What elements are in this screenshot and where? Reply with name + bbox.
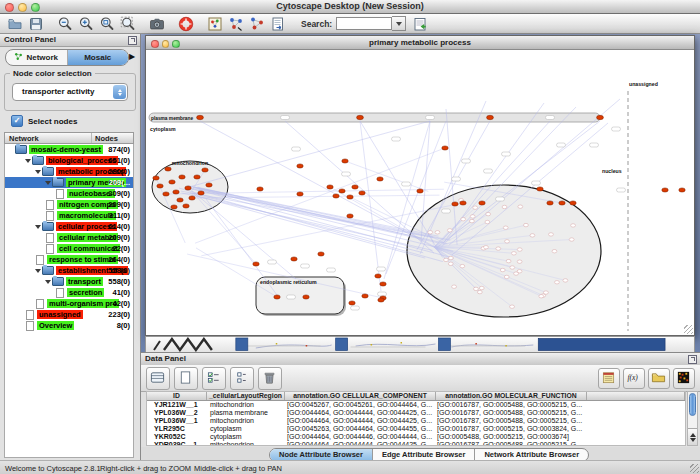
select-nodes-checkbox[interactable]: ✓: [11, 115, 23, 127]
expand-triangle-icon[interactable]: [45, 280, 51, 284]
scrollbar-thumb[interactable]: [689, 393, 696, 416]
zoom-out-icon[interactable]: [57, 16, 73, 32]
tab-mosaic[interactable]: Mosaic: [67, 50, 129, 65]
notepad-icon[interactable]: [601, 370, 617, 386]
tree-row[interactable]: primary metabo209(...: [5, 177, 133, 188]
table-row[interactable]: YLR295Ccytoplasm[GO:0045263, GO:0044464,…: [147, 425, 685, 433]
tree-row[interactable]: multi-organism pro42(0): [5, 298, 133, 309]
tree-row[interactable]: mosaic-demo-yeast874(0): [5, 144, 133, 155]
vizmapper-icon[interactable]: [207, 16, 223, 32]
unselect-attributes-icon[interactable]: [234, 370, 250, 386]
tree-row[interactable]: cellular process614(0): [5, 221, 133, 232]
column-header[interactable]: [587, 392, 685, 400]
tree-row[interactable]: establishment of lo558(0): [5, 265, 133, 276]
snapshot-icon[interactable]: [149, 16, 165, 32]
search-dropdown-button[interactable]: [392, 16, 406, 31]
column-header[interactable]: ID: [147, 392, 207, 400]
zoom-in-icon[interactable]: [78, 16, 94, 32]
tree-row[interactable]: transport558(0): [5, 276, 133, 287]
zoom-window-icon[interactable]: [31, 3, 40, 12]
attribute-tools: f(x): [598, 368, 695, 389]
search-input[interactable]: [336, 17, 392, 30]
network-tab-icon: [14, 52, 23, 63]
tree-row-label: transport: [66, 277, 103, 286]
expand-triangle-icon[interactable]: [35, 269, 41, 273]
close-icon[interactable]: [151, 40, 159, 48]
column-header[interactable]: annotation.GO CELLULAR_COMPONENT: [285, 392, 436, 400]
attribute-table-button[interactable]: [146, 367, 170, 390]
matrix-icon[interactable]: [676, 370, 692, 386]
tab-network[interactable]: Network: [6, 50, 67, 65]
scroll-up-icon[interactable]: [690, 433, 696, 437]
table-row[interactable]: YKR052Ccytoplasm[GO:0044464, GO:0044446,…: [147, 433, 685, 441]
table-row[interactable]: YPL036W__2plasma membrane[GO:0044464, GO…: [147, 409, 685, 417]
tree-row-label: multi-organism pro: [47, 299, 119, 308]
notepad-button[interactable]: [598, 368, 620, 389]
tree-row[interactable]: metabolic process280(0): [5, 166, 133, 177]
minimize-icon[interactable]: [162, 40, 170, 48]
network-file-icon: [46, 211, 54, 221]
tree-row[interactable]: nitrogen compo209(0): [5, 199, 133, 210]
scrollbar-arrows[interactable]: [688, 428, 697, 445]
tree-row[interactable]: nucleobase-209(0): [5, 188, 133, 199]
zoom-selected-icon[interactable]: [120, 16, 136, 32]
select-attributes-icon[interactable]: [206, 370, 222, 386]
tree-row[interactable]: macromolecule311(0): [5, 210, 133, 221]
network-window-titlebar[interactable]: primary metabolic process: [146, 36, 694, 50]
node-color-dropdown[interactable]: transporter activity: [12, 83, 128, 101]
tab-overflow-arrow[interactable]: ▶: [129, 52, 135, 61]
search-options-icon[interactable]: [412, 16, 428, 32]
zoom-fit-icon[interactable]: [99, 16, 115, 32]
window-resize-grip[interactable]: [684, 325, 693, 334]
layout-nodes-alt-icon[interactable]: [249, 16, 265, 32]
expand-triangle-icon[interactable]: [35, 225, 41, 229]
expand-triangle-icon[interactable]: [35, 170, 41, 174]
table-row[interactable]: YPL036W__1mitochondrion[GO:0044464, GO:0…: [147, 417, 685, 425]
open-session-icon[interactable]: [7, 16, 23, 32]
network-canvas[interactable]: plasma membranecytoplasmmitochondrionnuc…: [146, 49, 694, 335]
function-builder-icon[interactable]: f(x): [626, 370, 642, 386]
tree-row[interactable]: response to stimul264(0): [5, 254, 133, 265]
status-welcome: Welcome to Cytoscape 2.8.1: [5, 464, 101, 473]
delete-attribute-icon[interactable]: [262, 370, 278, 386]
unselect-attributes-button[interactable]: [230, 367, 254, 390]
new-attribute-icon[interactable]: [178, 370, 194, 386]
expand-triangle-icon[interactable]: [25, 159, 31, 163]
help-icon[interactable]: [178, 16, 194, 32]
float-panel-icon[interactable]: [688, 355, 697, 364]
zoom-icon[interactable]: [172, 40, 180, 48]
minimize-window-icon[interactable]: [18, 3, 27, 12]
column-header[interactable]: annotation.GO MOLECULAR_FUNCTION: [436, 392, 587, 400]
save-session-icon[interactable]: [28, 16, 44, 32]
float-panel-icon[interactable]: [128, 36, 137, 45]
new-attribute-button[interactable]: [174, 367, 198, 390]
toolbar-icon-groups: [7, 16, 299, 32]
scroll-down-icon[interactable]: [690, 438, 696, 442]
tree-row[interactable]: cell communicat22(0): [5, 243, 133, 254]
tree-row[interactable]: cellular metabol209(0): [5, 232, 133, 243]
import-attributes-icon[interactable]: [651, 370, 667, 386]
annotation-icon[interactable]: [270, 16, 286, 32]
table-cell: [583, 441, 685, 447]
table-row[interactable]: YDR039C__1mitochondrion[GO:0044464, GO:0…: [147, 441, 685, 447]
tree-row[interactable]: secretion41(0): [5, 287, 133, 298]
expand-triangle-icon[interactable]: [45, 181, 51, 185]
tree-row-label: secretion: [67, 288, 104, 297]
table-scrollbar[interactable]: [687, 391, 698, 446]
close-window-icon[interactable]: [5, 3, 14, 12]
tree-row[interactable]: unassigned223(0): [5, 309, 133, 320]
matrix-button[interactable]: [673, 368, 695, 389]
table-row[interactable]: YJR121W__1mitochondrion[GO:0045267, GO:0…: [147, 401, 685, 409]
attribute-table-icon[interactable]: [150, 370, 166, 386]
import-attributes-button[interactable]: [648, 368, 670, 389]
function-builder-button[interactable]: f(x): [623, 368, 645, 389]
tree-row[interactable]: Overview8(0): [5, 320, 133, 331]
tree-row[interactable]: biological_process651(0): [5, 155, 133, 166]
column-header[interactable]: _cellularLayoutRegion: [207, 392, 285, 400]
background-windows-strip[interactable]: [145, 336, 695, 353]
select-attributes-button[interactable]: [202, 367, 226, 390]
app-resize-grip[interactable]: [690, 464, 699, 473]
layout-nodes-icon[interactable]: [228, 16, 244, 32]
window-titlebar[interactable]: Cytoscape Desktop (New Session): [0, 0, 700, 14]
delete-attribute-button[interactable]: [258, 367, 282, 390]
